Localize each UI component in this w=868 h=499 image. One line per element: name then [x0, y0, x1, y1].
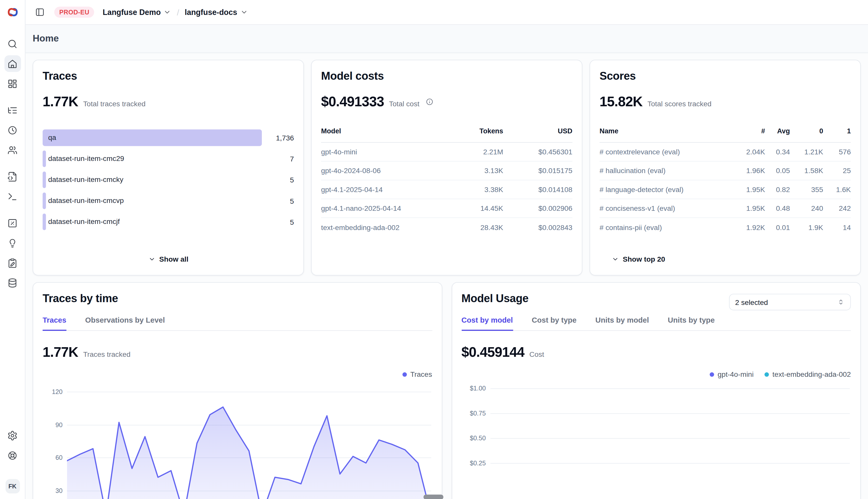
bar-value: 5: [262, 197, 294, 205]
legend-label: text-embedding-ada-002: [773, 370, 851, 379]
model-costs-total-label: Total cost: [389, 100, 419, 108]
tab-observations-by-level[interactable]: Observations by Level: [85, 316, 165, 330]
search-icon: [7, 38, 18, 49]
row-value: 242: [823, 204, 851, 212]
bar-track: dataset-run-item-cmcvp: [43, 193, 262, 209]
sidebar-item-settings[interactable]: [4, 427, 21, 444]
column-header[interactable]: USD: [503, 127, 572, 135]
row-value: 2.21M: [442, 148, 503, 156]
sidebar-item-home[interactable]: [4, 56, 21, 72]
sidebar-item-prompts[interactable]: [4, 168, 21, 185]
table-row: gpt-4o-2024-08-063.13K$0.015175: [321, 161, 572, 180]
table-row: # hallucination (eval)1.96K0.051.58K25: [599, 161, 851, 180]
sidebar-item-support[interactable]: [4, 447, 21, 464]
row-name: # contains-pii (eval): [599, 223, 732, 232]
y-axis-tick: 30: [43, 487, 62, 494]
trace-bar-row[interactable]: dataset-run-item-cmcjf5: [43, 214, 294, 230]
tab-units-by-model[interactable]: Units by model: [595, 316, 649, 330]
row-value: 576: [823, 148, 851, 156]
tab-cost-by-type[interactable]: Cost by type: [532, 316, 576, 330]
traces-tracked-value: 1.77K: [43, 344, 78, 360]
row-value: 28.43K: [442, 223, 503, 232]
sidebar-item-dashboards[interactable]: [4, 75, 21, 92]
row-value: 0.48: [765, 204, 790, 212]
model-select-dropdown[interactable]: 2 selected: [729, 294, 851, 311]
row-value: 2.04K: [732, 148, 765, 156]
column-header[interactable]: Model: [321, 127, 442, 135]
table-row: gpt-4.1-2025-04-143.38K$0.014108: [321, 180, 572, 199]
bar-track: dataset-run-item-cmcjf: [43, 214, 262, 230]
table-row: # conciseness-v1 (eval)1.95K0.48240242: [599, 199, 851, 218]
project-name: langfuse-docs: [185, 8, 237, 17]
bar: [43, 150, 46, 167]
traces-card: Traces 1.77K Total traces tracked qa1,73…: [33, 60, 304, 276]
annotation-icon: [7, 238, 18, 248]
model-costs-table: ModelTokensUSDgpt-4o-mini2.21M$0.456301g…: [321, 127, 572, 237]
gridline: [490, 438, 850, 439]
row-value: 1.21K: [790, 148, 823, 156]
traces-by-time-tabs: TracesObservations by Level: [43, 316, 432, 331]
project-switcher[interactable]: langfuse-docs: [185, 8, 248, 17]
row-name: # contextrelevance (eval): [599, 148, 732, 156]
legend-item[interactable]: text-embedding-ada-002: [765, 370, 851, 379]
column-header[interactable]: 0: [790, 127, 823, 135]
row-value: 1.58K: [790, 167, 823, 175]
card-title: Scores: [599, 70, 851, 82]
card-title: Traces by time: [43, 292, 432, 305]
legend-item[interactable]: gpt-4o-mini: [710, 370, 753, 379]
column-header[interactable]: Tokens: [442, 127, 503, 135]
model-usage-tabs: Cost by modelCost by typeUnits by modelU…: [461, 316, 851, 331]
chevron-down-icon: [612, 256, 619, 263]
main-area: Home Traces 1.77K Total traces tracked q…: [26, 25, 868, 499]
environment-badge[interactable]: PROD-EU: [54, 7, 94, 18]
sidebar-item-sessions[interactable]: [4, 122, 21, 138]
y-axis-tick: $0.50: [461, 435, 486, 441]
y-axis-tick: $0.25: [461, 460, 486, 466]
chart-legend: gpt-4o-minitext-embedding-ada-002: [461, 370, 851, 379]
traces-total-label: Total traces tracked: [83, 100, 145, 108]
sidebar-item-search[interactable]: [4, 35, 21, 52]
horizontal-scrollbar[interactable]: [423, 495, 443, 499]
avatar[interactable]: FK: [5, 479, 20, 494]
sidebar-item-tracing[interactable]: [4, 102, 21, 119]
model-select-value: 2 selected: [735, 298, 768, 306]
sidebar-item-evaluation[interactable]: [4, 215, 21, 231]
y-axis-tick: $0.75: [461, 410, 486, 416]
row-value: 355: [790, 185, 823, 194]
table-row: gpt-4o-mini2.21M$0.456301: [321, 143, 572, 161]
sidebar-item-datasets[interactable]: [4, 255, 21, 271]
settings-icon: [7, 430, 18, 441]
row-name: gpt-4o-2024-08-06: [321, 167, 442, 175]
sidebar-item-annotation[interactable]: [4, 234, 21, 251]
model-usage-card: Model Usage 2 selected Cost by modelCost…: [451, 282, 861, 499]
trace-bar-row[interactable]: dataset-run-item-cmc297: [43, 150, 294, 167]
trace-bar-row[interactable]: dataset-run-item-cmcky5: [43, 172, 294, 188]
tab-cost-by-model[interactable]: Cost by model: [461, 316, 513, 331]
trace-bar-row[interactable]: dataset-run-item-cmcvp5: [43, 193, 294, 209]
table-row: # language-detector (eval)1.95K0.823551.…: [599, 180, 851, 199]
bar-label: dataset-run-item-cmcvp: [48, 193, 124, 209]
column-header[interactable]: Name: [599, 127, 732, 135]
row-name: # language-detector (eval): [599, 185, 732, 194]
org-switcher[interactable]: Langfuse Demo: [103, 8, 171, 17]
info-icon[interactable]: [425, 98, 433, 106]
tab-traces[interactable]: Traces: [43, 316, 66, 331]
row-value: 1.96K: [732, 167, 765, 175]
sidebar-toggle-icon[interactable]: [33, 5, 47, 20]
model-costs-total-value: $0.491333: [321, 93, 384, 109]
show-top-20-button[interactable]: Show top 20: [599, 255, 851, 264]
column-header[interactable]: 1: [823, 127, 851, 135]
traces-tracked-label: Traces tracked: [83, 350, 130, 358]
legend-item[interactable]: Traces: [403, 370, 432, 379]
show-all-button[interactable]: Show all: [43, 255, 294, 264]
sidebar-item-database[interactable]: [4, 274, 21, 291]
column-header[interactable]: #: [732, 127, 765, 135]
model-costs-card: Model costs $0.491333 Total cost ModelTo…: [311, 60, 582, 276]
tab-units-by-type[interactable]: Units by type: [668, 316, 715, 330]
row-value: 1.92K: [732, 223, 765, 232]
sidebar-item-playground[interactable]: [4, 188, 21, 205]
trace-bar-row[interactable]: qa1,736: [43, 130, 294, 146]
gridline: [490, 413, 850, 414]
column-header[interactable]: Avg: [765, 127, 790, 135]
sidebar-item-users[interactable]: [4, 142, 21, 158]
